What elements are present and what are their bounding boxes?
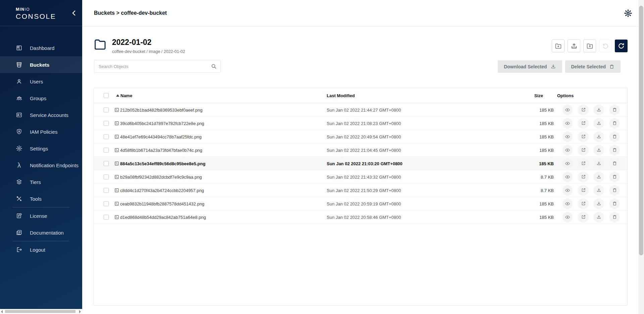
row-checkbox[interactable] bbox=[104, 134, 109, 139]
share-button[interactable] bbox=[578, 185, 589, 196]
preview-button[interactable] bbox=[562, 185, 573, 196]
sidebar-item-logout[interactable]: Logout bbox=[0, 241, 82, 258]
download-button[interactable] bbox=[593, 145, 604, 155]
upload-file-button[interactable] bbox=[568, 40, 580, 52]
share-button[interactable] bbox=[578, 212, 589, 223]
delete-button[interactable] bbox=[609, 172, 620, 182]
sidebar-item-documentation[interactable]: Documentation bbox=[0, 224, 82, 241]
horizontal-scrollbar-thumb[interactable] bbox=[5, 310, 75, 313]
download-button[interactable] bbox=[593, 198, 604, 209]
sidebar-item-buckets[interactable]: Buckets bbox=[0, 56, 82, 73]
share-button[interactable] bbox=[578, 145, 589, 155]
sidebar-item-iam-policies[interactable]: IAM Policies bbox=[0, 123, 82, 140]
table-row[interactable]: b29a08fbf92342d882dcbdf7e9c9c9aa.png Sun… bbox=[94, 170, 627, 184]
row-checkbox[interactable] bbox=[104, 147, 109, 152]
share-button[interactable] bbox=[578, 172, 589, 182]
download-button[interactable] bbox=[593, 118, 604, 129]
row-checkbox[interactable] bbox=[104, 201, 109, 206]
object-name[interactable]: b29a08fbf92342d882dcbdf7e9c9c9aa.png bbox=[120, 174, 202, 179]
object-name[interactable]: 884a5c13c5e34eff89c56d8c95bee8e5.png bbox=[120, 161, 205, 166]
new-path-button[interactable] bbox=[552, 40, 565, 52]
share-button[interactable] bbox=[578, 118, 589, 129]
rewind-button[interactable] bbox=[599, 40, 612, 52]
scroll-left-arrow[interactable] bbox=[1, 310, 3, 313]
preview-button[interactable] bbox=[562, 145, 573, 155]
preview-button[interactable] bbox=[562, 198, 573, 209]
table-row[interactable]: c8dd4c1d270f43a2b4724ccbb2204957.png Sun… bbox=[94, 184, 627, 197]
sidebar-item-users[interactable]: Users bbox=[0, 73, 82, 90]
sidebar-item-tiers[interactable]: Tiers bbox=[0, 174, 82, 190]
scroll-right-arrow[interactable] bbox=[79, 310, 81, 313]
share-button[interactable] bbox=[578, 158, 589, 169]
table-row[interactable]: 39cd6b405bc241d7897e782fcb722e8e.png Sun… bbox=[94, 117, 627, 130]
delete-button[interactable] bbox=[609, 158, 620, 169]
download-button[interactable] bbox=[593, 212, 604, 223]
select-all-checkbox[interactable] bbox=[104, 93, 109, 98]
table-row[interactable]: 884a5c13c5e34eff89c56d8c95bee8e5.png Sun… bbox=[94, 157, 627, 170]
sidebar-item-dashboard[interactable]: Dashboard bbox=[0, 40, 82, 56]
download-button[interactable] bbox=[593, 105, 604, 115]
delete-button[interactable] bbox=[609, 185, 620, 196]
groups-icon bbox=[15, 95, 23, 102]
object-last-modified: Sun Jan 02 2022 20:59:19 GMT+0800 bbox=[327, 201, 401, 206]
row-checkbox[interactable] bbox=[104, 161, 109, 166]
preview-eye-icon bbox=[565, 201, 570, 206]
share-button[interactable] bbox=[578, 198, 589, 209]
delete-button[interactable] bbox=[609, 212, 620, 223]
settings-gear-button[interactable] bbox=[622, 7, 634, 19]
delete-selected-button[interactable]: Delete Selected bbox=[565, 60, 621, 73]
object-name[interactable]: ceab9832b11948bfb2887578dd451432.png bbox=[120, 201, 204, 206]
preview-button[interactable] bbox=[562, 131, 573, 142]
preview-button[interactable] bbox=[562, 105, 573, 115]
buckets-icon bbox=[15, 61, 23, 68]
delete-button[interactable] bbox=[609, 105, 620, 115]
object-name[interactable]: 212b052b1bad482fb8369533ebf0aeef.png bbox=[120, 107, 203, 112]
download-button[interactable] bbox=[593, 131, 604, 142]
share-button[interactable] bbox=[578, 105, 589, 115]
preview-button[interactable] bbox=[562, 158, 573, 169]
sidebar-item-groups[interactable]: Groups bbox=[0, 90, 82, 107]
search-input[interactable] bbox=[94, 60, 221, 73]
object-name[interactable]: 39cd6b405bc241d7897e782fcb722e8e.png bbox=[120, 121, 204, 126]
share-button[interactable] bbox=[578, 131, 589, 142]
preview-button[interactable] bbox=[562, 172, 573, 182]
delete-button[interactable] bbox=[609, 118, 620, 129]
object-name[interactable]: c8dd4c1d270f43a2b4724ccbb2204957.png bbox=[120, 188, 204, 193]
vertical-scrollbar-thumb[interactable] bbox=[639, 6, 643, 255]
download-selected-button[interactable]: Download Selected bbox=[498, 60, 562, 73]
sidebar-item-notification-endpoints[interactable]: λ Notification Endpoints bbox=[0, 157, 82, 174]
download-button[interactable] bbox=[593, 185, 604, 196]
breadcrumb[interactable]: Buckets > coffee-dev-bucket bbox=[94, 10, 167, 16]
sidebar-item-settings[interactable]: Settings bbox=[0, 140, 82, 157]
delete-button[interactable] bbox=[609, 145, 620, 155]
service-accounts-icon bbox=[15, 111, 23, 119]
row-checkbox[interactable] bbox=[104, 107, 109, 112]
row-checkbox[interactable] bbox=[104, 121, 109, 126]
object-name[interactable]: 4d58f8b1b6714a23a73fd47bfae0b74c.png bbox=[120, 147, 202, 152]
column-header-name[interactable]: Name bbox=[120, 93, 132, 98]
sidebar-item-service-accounts[interactable]: Service Accounts bbox=[0, 107, 82, 123]
object-name[interactable]: d1ed868d48b54dd29ac842ab751a64e8.png bbox=[120, 214, 206, 219]
delete-button[interactable] bbox=[609, 198, 620, 209]
refresh-button[interactable] bbox=[615, 40, 628, 52]
upload-folder-button[interactable] bbox=[583, 40, 596, 52]
table-row[interactable]: 4d58f8b1b6714a23a73fd47bfae0b74c.png Sun… bbox=[94, 143, 627, 157]
row-checkbox[interactable] bbox=[104, 174, 109, 179]
sidebar-item-tools[interactable]: Tools bbox=[0, 190, 82, 207]
table-row[interactable]: 48e41ef7e69c443494cc78b7aaf25fdc.png Sun… bbox=[94, 130, 627, 143]
column-header-size: Size bbox=[534, 93, 543, 98]
object-name[interactable]: 48e41ef7e69c443494cc78b7aaf25fdc.png bbox=[120, 134, 202, 139]
preview-button[interactable] bbox=[562, 212, 573, 223]
row-checkbox[interactable] bbox=[104, 214, 109, 219]
sort-ascending-icon[interactable] bbox=[116, 95, 119, 97]
sidebar-collapse-button[interactable] bbox=[70, 9, 77, 17]
table-row[interactable]: d1ed868d48b54dd29ac842ab751a64e8.png Sun… bbox=[94, 210, 627, 224]
table-row[interactable]: ceab9832b11948bfb2887578dd451432.png Sun… bbox=[94, 197, 627, 210]
download-button[interactable] bbox=[593, 158, 604, 169]
preview-button[interactable] bbox=[562, 118, 573, 129]
delete-button[interactable] bbox=[609, 131, 620, 142]
download-button[interactable] bbox=[593, 172, 604, 182]
table-row[interactable]: 212b052b1bad482fb8369533ebf0aeef.png Sun… bbox=[94, 103, 627, 117]
row-checkbox[interactable] bbox=[104, 188, 109, 193]
sidebar-item-license[interactable]: License bbox=[0, 207, 82, 224]
